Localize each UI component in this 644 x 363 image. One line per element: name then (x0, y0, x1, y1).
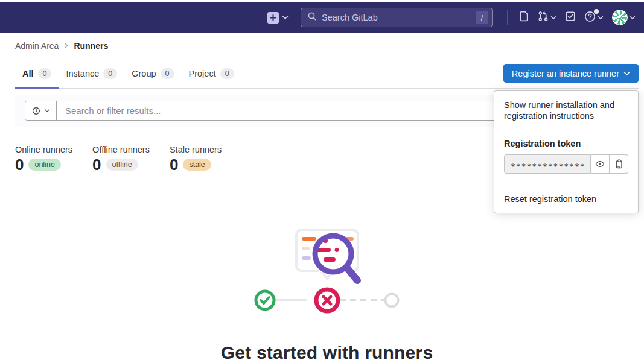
plus-icon (267, 12, 279, 24)
reveal-token-button[interactable] (591, 154, 610, 174)
breadcrumb-admin-area[interactable]: Admin Area (15, 41, 59, 51)
search-icon (307, 11, 317, 24)
stat-label: Stale runners (170, 145, 222, 154)
status-badge-stale: stale (183, 159, 211, 171)
new-menu-button[interactable] (267, 12, 289, 24)
stat-online-runners: Online runners 0 online (15, 145, 72, 172)
empty-state: Get started with runners (15, 224, 639, 363)
todo-checkbox-icon (565, 11, 576, 24)
registration-token-section: Registration token (494, 133, 638, 182)
tab-count-badge: 0 (103, 68, 117, 79)
stat-label: Offline runners (92, 145, 150, 154)
tab-count-badge: 0 (38, 68, 52, 79)
show-install-instructions-item[interactable]: Show runner installation and registratio… (494, 93, 638, 127)
notification-dot (594, 9, 599, 14)
page-title: Get started with runners (15, 342, 639, 363)
stat-value: 0 (92, 157, 101, 172)
chevron-down-icon (623, 71, 630, 76)
chevron-down-icon (598, 16, 604, 20)
status-badge-offline: offline (106, 159, 138, 171)
user-menu-button[interactable] (612, 10, 636, 25)
top-navbar: / (0, 2, 644, 33)
dropdown-divider (494, 130, 638, 130)
breadcrumb-runners: Runners (74, 41, 108, 51)
tab-group[interactable]: Group 0 (124, 58, 181, 88)
copy-token-button[interactable] (610, 154, 628, 174)
tab-label: Instance (66, 69, 99, 78)
chevron-down-icon (630, 16, 636, 20)
tab-count-badge: 0 (220, 68, 234, 79)
global-search-box[interactable]: / (301, 8, 493, 27)
reset-registration-token-item[interactable]: Reset registration token (494, 188, 638, 210)
copy-clipboard-icon (614, 159, 623, 169)
runner-type-tabs: All 0 Instance 0 Group 0 Project 0 Regis… (15, 58, 639, 89)
todos-button[interactable] (565, 11, 576, 24)
history-icon (31, 106, 41, 116)
status-badge-online: online (28, 159, 60, 171)
navbar-divider (507, 10, 508, 25)
registration-token-input[interactable] (504, 154, 591, 174)
tab-all[interactable]: All 0 (15, 58, 59, 88)
tab-instance[interactable]: Instance 0 (59, 58, 124, 88)
stat-label: Online runners (15, 145, 72, 154)
chevron-down-icon (282, 15, 289, 20)
tab-label: Group (132, 69, 156, 78)
register-instance-runner-button[interactable]: Register an instance runner (503, 64, 639, 83)
issues-button[interactable] (518, 11, 529, 24)
search-shortcut-key: / (476, 11, 488, 24)
tab-label: Project (189, 69, 216, 78)
eye-icon (595, 159, 605, 169)
avatar (612, 10, 628, 25)
merge-request-icon (538, 11, 549, 24)
chevron-right-icon (64, 41, 68, 51)
stat-value: 0 (170, 157, 178, 172)
stat-stale-runners: Stale runners 0 stale (170, 145, 222, 172)
registration-token-heading: Registration token (504, 139, 628, 148)
tab-count-badge: 0 (161, 68, 174, 79)
tab-project[interactable]: Project 0 (182, 58, 241, 88)
chevron-down-icon (550, 16, 556, 20)
register-runner-dropdown: Show runner installation and registratio… (494, 90, 639, 213)
stat-offline-runners: Offline runners 0 offline (92, 145, 150, 172)
stat-value: 0 (15, 157, 24, 172)
search-history-dropdown[interactable] (25, 101, 57, 120)
tab-label: All (22, 69, 34, 78)
help-menu-button[interactable] (584, 11, 604, 25)
global-search-input[interactable] (322, 13, 471, 22)
merge-requests-button[interactable] (538, 11, 556, 24)
dropdown-divider (494, 185, 638, 185)
runners-empty-illustration (200, 224, 454, 314)
chevron-down-icon (44, 109, 50, 113)
registration-token-group (504, 154, 628, 174)
register-button-label: Register an instance runner (512, 69, 619, 78)
breadcrumb: Admin Area Runners (15, 33, 639, 58)
issues-icon (518, 11, 529, 24)
sidebar-edge-divider (1, 33, 1, 363)
